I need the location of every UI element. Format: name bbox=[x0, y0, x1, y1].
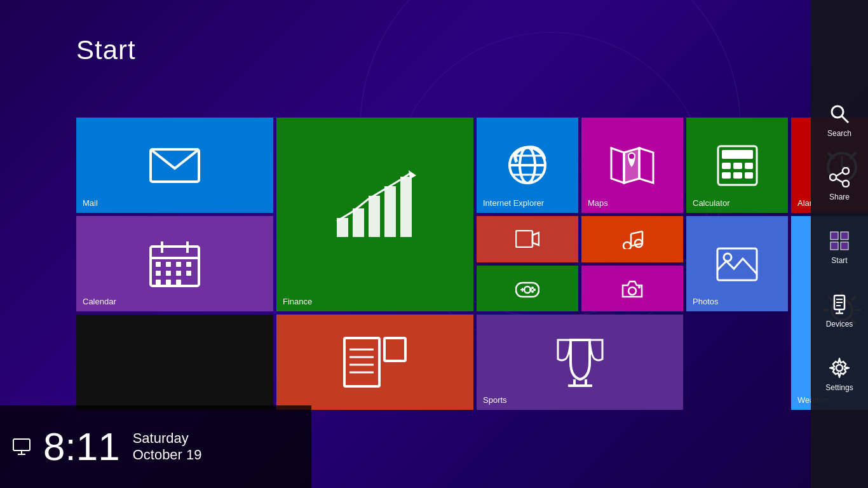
tile-unknown[interactable] bbox=[76, 315, 273, 410]
start-title: Start bbox=[76, 35, 136, 65]
svg-rect-46 bbox=[745, 172, 753, 179]
calendar-icon bbox=[149, 240, 200, 288]
svg-line-67 bbox=[631, 231, 642, 234]
svg-marker-53 bbox=[532, 233, 539, 245]
svg-marker-33 bbox=[611, 148, 624, 183]
tile-sports-label: Sports bbox=[483, 395, 507, 405]
tile-alarm-label: Alar bbox=[797, 198, 812, 208]
tile-calendar-label: Calendar bbox=[83, 297, 116, 306]
monitor-icon bbox=[13, 438, 31, 456]
tile-ie[interactable]: Internet Explorer bbox=[477, 118, 578, 213]
svg-point-61 bbox=[529, 288, 532, 291]
search-charm-icon bbox=[829, 104, 850, 124]
svg-line-64 bbox=[631, 243, 642, 246]
svg-point-62 bbox=[623, 242, 631, 249]
svg-rect-14 bbox=[166, 280, 171, 285]
share-charm-icon bbox=[829, 167, 850, 187]
charm-search-label: Search bbox=[827, 129, 851, 138]
camera-icon bbox=[620, 279, 644, 298]
charm-devices[interactable]: Devices bbox=[811, 280, 868, 343]
video-icon bbox=[515, 230, 539, 248]
tile-calculator-label: Calculator bbox=[693, 198, 730, 208]
charm-devices-label: Devices bbox=[826, 320, 853, 329]
svg-rect-106 bbox=[13, 439, 30, 451]
svg-line-85 bbox=[842, 116, 848, 123]
tile-xbox[interactable] bbox=[477, 266, 578, 312]
svg-point-59 bbox=[533, 288, 536, 291]
svg-rect-6 bbox=[166, 262, 171, 267]
small-tiles-col4 bbox=[581, 216, 683, 311]
music-icon bbox=[620, 229, 644, 249]
svg-point-86 bbox=[843, 168, 849, 174]
charm-share[interactable]: Share bbox=[811, 152, 868, 216]
svg-point-87 bbox=[830, 174, 836, 180]
photos-icon bbox=[715, 243, 759, 285]
tile-news[interactable] bbox=[276, 315, 473, 410]
tile-video[interactable] bbox=[477, 216, 578, 262]
svg-rect-10 bbox=[166, 271, 171, 276]
svg-rect-17 bbox=[353, 208, 364, 237]
clock-day: Saturday bbox=[133, 430, 202, 447]
news-icon bbox=[343, 337, 407, 388]
tiles-container: Mail Calendar bbox=[76, 118, 868, 410]
tile-mail[interactable]: Mail bbox=[76, 118, 273, 213]
svg-point-69 bbox=[638, 286, 641, 288]
svg-rect-8 bbox=[186, 262, 191, 267]
svg-rect-20 bbox=[400, 177, 412, 237]
svg-line-89 bbox=[836, 172, 843, 176]
charm-settings[interactable]: Settings bbox=[811, 343, 868, 407]
sports-icon bbox=[552, 334, 609, 391]
svg-point-105 bbox=[836, 365, 843, 371]
tile-music[interactable] bbox=[581, 216, 683, 262]
tile-calculator[interactable]: Calculator bbox=[686, 118, 788, 213]
svg-rect-44 bbox=[722, 172, 731, 179]
tile-camera[interactable] bbox=[581, 266, 683, 312]
svg-rect-15 bbox=[176, 280, 181, 285]
charm-search[interactable]: Search bbox=[811, 89, 868, 152]
finance-icon bbox=[334, 170, 416, 240]
settings-charm-icon bbox=[829, 358, 850, 378]
svg-rect-13 bbox=[156, 280, 161, 285]
svg-rect-23 bbox=[384, 338, 405, 361]
charm-share-label: Share bbox=[829, 193, 850, 201]
svg-point-88 bbox=[843, 180, 849, 187]
ie-icon bbox=[505, 143, 550, 187]
calculator-icon bbox=[717, 145, 758, 186]
svg-line-90 bbox=[836, 179, 843, 182]
charm-start[interactable]: Start bbox=[811, 216, 868, 280]
tile-photos[interactable]: Photos bbox=[686, 216, 788, 311]
tile-calendar[interactable]: Calendar bbox=[76, 216, 273, 311]
svg-rect-19 bbox=[384, 186, 396, 237]
svg-point-84 bbox=[832, 106, 843, 118]
svg-rect-40 bbox=[722, 150, 753, 159]
small-tiles-col3 bbox=[477, 216, 578, 311]
svg-point-38 bbox=[629, 154, 634, 159]
clock-time: 8:11 bbox=[43, 427, 120, 466]
devices-charm-icon bbox=[829, 294, 850, 315]
svg-rect-43 bbox=[745, 163, 753, 169]
svg-marker-21 bbox=[409, 170, 416, 179]
tile-maps[interactable]: Maps bbox=[581, 118, 683, 213]
xbox-icon bbox=[515, 279, 539, 298]
svg-rect-91 bbox=[831, 232, 838, 240]
tile-finance-label: Finance bbox=[283, 297, 312, 306]
tile-mail-label: Mail bbox=[83, 198, 98, 208]
tile-sports[interactable]: Sports bbox=[477, 315, 683, 410]
tile-ie-label: Internet Explorer bbox=[483, 198, 544, 208]
svg-rect-52 bbox=[516, 231, 532, 247]
svg-rect-45 bbox=[733, 172, 742, 179]
svg-point-68 bbox=[628, 287, 636, 295]
tile-finance[interactable]: Finance bbox=[276, 118, 473, 311]
svg-rect-93 bbox=[831, 242, 838, 250]
svg-point-60 bbox=[531, 290, 534, 293]
clock-date-num: October 19 bbox=[133, 447, 202, 463]
svg-rect-94 bbox=[841, 242, 848, 250]
svg-rect-7 bbox=[176, 262, 181, 267]
svg-point-58 bbox=[531, 287, 534, 289]
mail-icon bbox=[149, 148, 200, 183]
svg-rect-41 bbox=[722, 163, 731, 169]
maps-icon bbox=[610, 145, 654, 186]
charm-start-label: Start bbox=[831, 256, 847, 265]
svg-point-71 bbox=[724, 254, 731, 261]
svg-rect-12 bbox=[186, 271, 191, 276]
